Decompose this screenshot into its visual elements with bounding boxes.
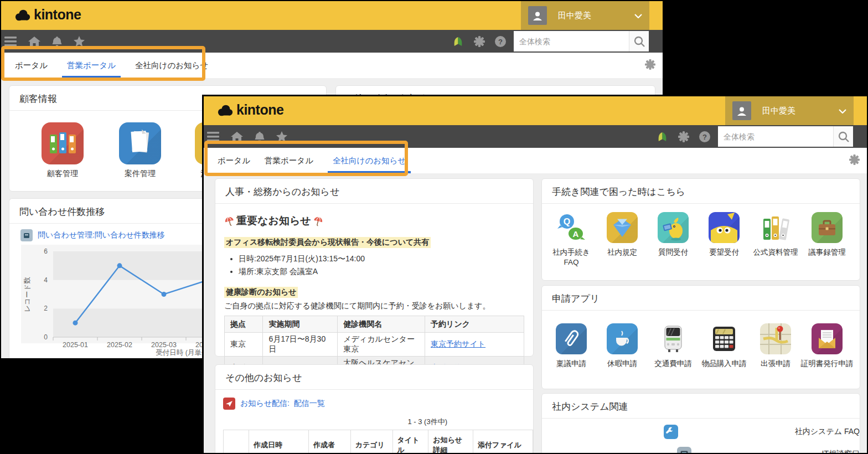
star-icon[interactable] xyxy=(276,131,287,142)
portal-settings-gear-icon[interactable] xyxy=(645,59,655,72)
card-title: 社内システム関連 xyxy=(542,394,860,419)
hamburger-menu-icon[interactable] xyxy=(207,131,219,142)
card-title: 申請アプリ xyxy=(542,286,860,311)
app-approval-request[interactable]: 稟議申請 xyxy=(545,323,598,369)
tab-sales-portal[interactable]: 営業ポータル xyxy=(62,53,121,78)
internal-systems-card: 社内システム関連 社内システム FAQ IT相談窓口 xyxy=(541,393,860,453)
home-icon[interactable] xyxy=(231,131,243,142)
tab-portal[interactable]: ポータル xyxy=(15,53,48,78)
health-check-notice-heading: 健康診断のお知らせ xyxy=(224,287,298,298)
blue-documents-app-icon xyxy=(119,122,161,164)
app-purchase-request[interactable]: 物品購入申請 xyxy=(698,323,751,369)
app-request-desk[interactable]: 要望受付 xyxy=(698,212,751,257)
calculator-icon xyxy=(709,323,740,354)
svg-text:6: 6 xyxy=(44,247,48,255)
briefcase-icon xyxy=(812,212,843,243)
kintone-cloud-icon xyxy=(14,9,31,21)
col-header: 予約リンク xyxy=(425,316,524,333)
svg-text:2025-01: 2025-01 xyxy=(63,341,88,349)
kintone-logo[interactable]: kintone xyxy=(14,7,81,23)
app-vacation-request[interactable]: 休暇申請 xyxy=(596,323,649,369)
help-icon[interactable] xyxy=(699,131,710,142)
bell-icon[interactable] xyxy=(255,132,265,142)
app-internal-rules[interactable]: 社内規定 xyxy=(596,212,649,257)
kintone-logo[interactable]: kintone xyxy=(217,102,283,118)
tab-company-announcements[interactable]: 全社向けのお知らせ xyxy=(328,148,411,173)
app-meeting-minutes[interactable]: 議事録管理 xyxy=(800,212,854,257)
train-icon xyxy=(658,323,689,354)
search-input[interactable] xyxy=(514,31,629,51)
wrench-icon xyxy=(664,425,678,439)
svg-text:Q: Q xyxy=(564,217,570,226)
card-title: 人事・総務からのお知らせ xyxy=(215,179,533,204)
notice-datetime: 日時:2025年7月1日(火)13:15〜14:00 xyxy=(239,252,524,265)
global-toolbar xyxy=(204,125,867,148)
svg-text:2025-03: 2025-03 xyxy=(151,341,177,349)
app-deal-management[interactable]: 案件管理 xyxy=(110,122,170,179)
avatar xyxy=(528,6,547,25)
bird-face-icon xyxy=(709,212,740,243)
portal-settings-gear-icon[interactable] xyxy=(849,154,860,167)
col-header: 拠点 xyxy=(225,316,263,333)
svg-text:4: 4 xyxy=(44,276,48,284)
beginner-guide-icon[interactable] xyxy=(452,36,464,47)
global-toolbar xyxy=(1,30,663,53)
svg-text:A: A xyxy=(573,229,579,239)
search-icon xyxy=(838,131,849,142)
table-row: 東京 6月17日〜8月30日 メディカルセンター東京 東京予約サイト xyxy=(225,333,524,357)
app-question-desk[interactable]: 質問受付 xyxy=(647,212,700,257)
red-binders-app-icon xyxy=(42,122,84,164)
tab-portal[interactable]: ポータル xyxy=(218,148,250,173)
tokyo-reservation-link[interactable]: 東京予約サイト xyxy=(431,339,485,348)
app-transport-expense-request[interactable]: 交通費申請 xyxy=(647,323,700,369)
link-internal-system-faq[interactable]: 社内システム FAQ xyxy=(554,425,860,439)
col-header: 健診機関名 xyxy=(338,316,425,333)
star-icon[interactable] xyxy=(74,36,85,47)
portal-content: 人事・総務からのお知らせ 重要なお知らせ オフィス移転検討委員会から現状報告・今… xyxy=(204,173,867,453)
announcement-list-table: 作成日時 作成者 カテゴリ タイトル お知らせ詳細 添付ファイル xyxy=(223,430,533,453)
broadcast-list-link[interactable]: 配信一覧 xyxy=(294,399,325,407)
gear-icon[interactable] xyxy=(678,131,689,142)
bell-icon[interactable] xyxy=(52,37,62,47)
avatar xyxy=(732,101,751,120)
user-menu[interactable]: 田中愛美 xyxy=(521,1,649,30)
screen: { "back_window": { "logo_text": "kintone… xyxy=(0,0,868,454)
help-icon[interactable] xyxy=(495,36,506,47)
card-title: その他のお知らせ xyxy=(215,365,533,390)
app-official-documents[interactable]: 公式資料管理 xyxy=(749,212,802,257)
map-pin-icon xyxy=(760,323,791,354)
app-internal-procedures-faq[interactable]: QA 社内手続き FAQ xyxy=(545,212,598,267)
qa-bubbles-icon: QA xyxy=(556,212,587,243)
envelope-letter-icon xyxy=(812,323,843,354)
svg-text:レコード数: レコード数 xyxy=(23,277,31,312)
user-menu[interactable]: 田中愛美 xyxy=(725,96,854,125)
svg-text:2: 2 xyxy=(44,305,48,312)
link-it-help-desk[interactable]: IT相談窓口 xyxy=(554,447,860,453)
app-certificate-request[interactable]: 証明書発行申請 xyxy=(800,323,854,369)
svg-text:受付日時 (月単位): 受付日時 (月単位) xyxy=(156,349,210,357)
app-business-trip-request[interactable]: 出張申請 xyxy=(749,323,802,369)
search-button[interactable] xyxy=(833,126,853,147)
beginner-guide-icon[interactable] xyxy=(657,131,668,142)
broadcast-app-link[interactable]: お知らせ配信: xyxy=(240,399,290,407)
health-check-description: ご自身の拠点に対応する健診機関にて期間内に予約・受診をお願いします。 xyxy=(224,301,524,311)
search-button[interactable] xyxy=(629,31,649,51)
home-icon[interactable] xyxy=(28,36,40,47)
app-header: kintone 田中愛美 xyxy=(1,1,663,30)
device-icon xyxy=(677,447,691,453)
col-header: 実施期間 xyxy=(263,316,338,333)
portal-tab-bar: ポータル 営業ポータル 全社向けのお知らせ xyxy=(204,148,867,174)
tab-sales-portal[interactable]: 営業ポータル xyxy=(265,148,313,173)
broadcast-app-icon xyxy=(223,398,235,410)
office-move-notice-heading: オフィス移転検討委員会から現状報告・今後について共有 xyxy=(224,237,431,248)
hamburger-menu-icon[interactable] xyxy=(4,35,17,47)
app-customer-management[interactable]: 顧客管理 xyxy=(32,122,93,179)
svg-text:2025-02: 2025-02 xyxy=(107,341,132,349)
chart-source-link[interactable]: 問い合わせ管理:問い合わせ件数推移 xyxy=(38,230,165,240)
gear-icon[interactable] xyxy=(474,36,485,47)
search-input[interactable] xyxy=(718,126,833,147)
tab-company-announcements[interactable]: 全社向けのお知らせ xyxy=(135,53,208,78)
logo-text: kintone xyxy=(236,102,283,118)
procedures-card: 手続き関連で困った時はこちら QA 社内手続き FAQ 社内規定 質問受付 xyxy=(541,178,860,281)
umbrella-icon xyxy=(223,214,236,227)
